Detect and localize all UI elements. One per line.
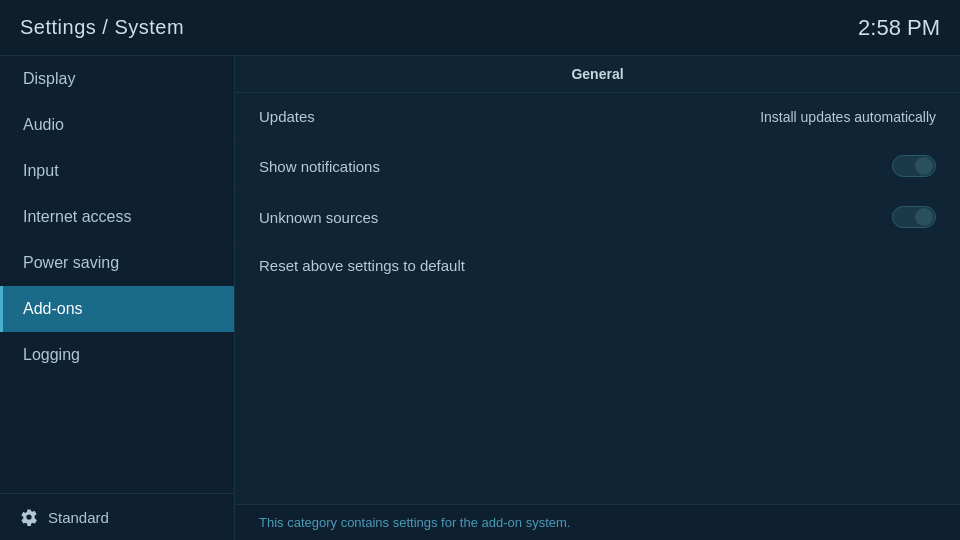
content-footer: This category contains settings for the … xyxy=(235,504,960,540)
main-layout: Display Audio Input Internet access Powe… xyxy=(0,55,960,540)
sidebar-nav: Display Audio Input Internet access Powe… xyxy=(0,56,234,493)
sidebar-item-logging[interactable]: Logging xyxy=(0,332,234,378)
settings-row-show-notifications[interactable]: Show notifications xyxy=(235,141,960,192)
updates-value: Install updates automatically xyxy=(760,109,936,125)
sidebar-item-audio[interactable]: Audio xyxy=(0,102,234,148)
show-notifications-toggle[interactable] xyxy=(892,155,936,177)
unknown-sources-label: Unknown sources xyxy=(259,209,378,226)
content-area: General Updates Install updates automati… xyxy=(235,56,960,540)
settings-row-unknown-sources[interactable]: Unknown sources xyxy=(235,192,960,243)
show-notifications-label: Show notifications xyxy=(259,158,380,175)
content-inner: General Updates Install updates automati… xyxy=(235,56,960,504)
footer-text: This category contains settings for the … xyxy=(259,515,570,530)
toggle-knob xyxy=(915,157,933,175)
toggle-knob-2 xyxy=(915,208,933,226)
unknown-sources-toggle[interactable] xyxy=(892,206,936,228)
header: Settings / System 2:58 PM xyxy=(0,0,960,55)
app-container: Settings / System 2:58 PM Display Audio … xyxy=(0,0,960,540)
reset-label[interactable]: Reset above settings to default xyxy=(259,257,465,274)
sidebar-item-power-saving[interactable]: Power saving xyxy=(0,240,234,286)
updates-label: Updates xyxy=(259,108,315,125)
sidebar: Display Audio Input Internet access Powe… xyxy=(0,56,235,540)
section-header: General xyxy=(235,56,960,93)
page-title: Settings / System xyxy=(20,16,184,39)
sidebar-footer-label: Standard xyxy=(48,509,109,526)
clock: 2:58 PM xyxy=(858,15,940,41)
settings-row-updates[interactable]: Updates Install updates automatically xyxy=(235,93,960,141)
sidebar-item-add-ons[interactable]: Add-ons xyxy=(0,286,234,332)
gear-icon xyxy=(20,508,38,526)
settings-row-reset[interactable]: Reset above settings to default xyxy=(235,243,960,290)
sidebar-item-display[interactable]: Display xyxy=(0,56,234,102)
sidebar-footer[interactable]: Standard xyxy=(0,493,234,540)
sidebar-item-input[interactable]: Input xyxy=(0,148,234,194)
sidebar-item-internet-access[interactable]: Internet access xyxy=(0,194,234,240)
